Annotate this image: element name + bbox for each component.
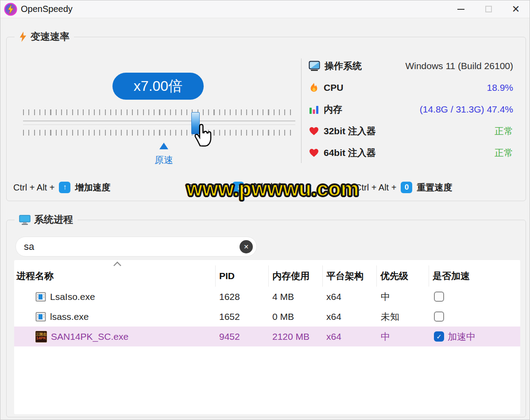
slider-track[interactable]: [23, 121, 295, 121]
cpu-flame-icon: [309, 82, 319, 93]
minimize-icon: [457, 9, 464, 10]
process-section: 系统进程 ✕ 进程名称 PID 内存使用 平台架构 优先级 是否加速: [6, 220, 526, 417]
close-icon: ✕: [512, 4, 520, 14]
watermark: www.pwwwu.com: [186, 177, 359, 201]
header-memory[interactable]: 内存使用: [269, 265, 323, 287]
table-row[interactable]: lsass.exe 1652 0 MB x64 未知: [14, 307, 520, 327]
app-window: OpenSpeedy ✕ 变速速率 x7.00倍 原速: [0, 0, 530, 420]
speed-section-legend: 变速速率: [15, 30, 74, 43]
search-input[interactable]: [16, 237, 240, 256]
origin-speed-marker-icon: [159, 143, 168, 149]
minimize-button[interactable]: [447, 0, 475, 18]
maximize-button[interactable]: [475, 0, 502, 18]
injector64-label: 64bit 注入器: [324, 147, 376, 159]
info-row-injector64: 64bit 注入器 正常: [309, 142, 513, 163]
header-arch[interactable]: 平台架构: [323, 265, 377, 287]
process-section-legend: 系统进程: [15, 213, 77, 226]
slider-ticks-top: [23, 109, 295, 115]
process-priority: 中: [377, 291, 429, 303]
injector32-status: 正常: [495, 125, 513, 137]
clear-search-button[interactable]: ✕: [240, 240, 253, 253]
shortcut-increase-speed: Ctrl + Alt + ↑ 增加速度: [13, 179, 110, 195]
slider-track-shadow: [23, 124, 295, 125]
sort-ascending-icon: [113, 261, 122, 267]
process-name: SAN14PK_SC.exe: [51, 331, 128, 342]
slider-ticks-bottom: [23, 130, 295, 136]
cpu-value: 18.9%: [487, 82, 513, 93]
shortcut-prefix: Ctrl + Alt +: [13, 183, 54, 193]
close-button[interactable]: ✕: [502, 0, 530, 18]
arrow-up-key-icon: ↑: [59, 182, 70, 193]
info-row-cpu: CPU 18.9%: [309, 77, 513, 98]
title-bar: OpenSpeedy ✕: [0, 0, 530, 18]
header-process-name[interactable]: 进程名称: [14, 265, 216, 287]
process-name: LsaIso.exe: [50, 292, 95, 302]
origin-speed-label: 原速: [146, 154, 182, 166]
header-priority[interactable]: 优先级: [377, 265, 429, 287]
info-row-memory: 内存 (14.8G / 31.3G) 47.4%: [309, 98, 513, 120]
process-pid: 1652: [216, 311, 269, 322]
shortcut-reset-speed: Ctrl + Alt + 0 重置速度: [355, 179, 452, 195]
shortcut-prefix: Ctrl + Alt +: [355, 183, 396, 193]
process-section-title: 系统进程: [34, 213, 73, 226]
header-pid[interactable]: PID: [216, 265, 269, 287]
header-accelerate[interactable]: 是否加速: [429, 265, 520, 287]
window-controls: ✕: [447, 0, 530, 18]
shortcut-label: 增加速度: [75, 182, 110, 194]
process-search-box: ✕: [15, 237, 257, 257]
speed-section-title: 变速速率: [31, 30, 70, 43]
process-memory: 2120 MB: [269, 331, 323, 342]
heart-icon: [309, 148, 319, 158]
clear-icon: ✕: [244, 243, 249, 250]
process-arch: x64: [323, 331, 377, 342]
shortcut-label: 重置速度: [417, 182, 452, 194]
heart-icon: [309, 126, 319, 136]
info-row-os: 操作系统 Windows 11 (Build 26100): [309, 55, 513, 77]
info-row-injector32: 32bit 注入器 正常: [309, 120, 513, 142]
os-icon: [309, 61, 320, 71]
cpu-label: CPU: [324, 82, 343, 93]
accelerating-label: 加速中: [448, 331, 476, 343]
system-info-panel: 操作系统 Windows 11 (Build 26100) CPU 18.9% …: [309, 55, 513, 163]
game-icon-text: 14PK: [36, 336, 46, 340]
memory-label: 内存: [324, 103, 342, 116]
table-row[interactable]: LsaIso.exe 1628 4 MB x64 中: [14, 287, 520, 307]
app-title: OpenSpeedy: [21, 4, 73, 14]
os-label: 操作系统: [325, 60, 362, 72]
accelerate-checkbox[interactable]: [434, 292, 444, 302]
process-priority: 中: [377, 331, 429, 343]
injector32-label: 32bit 注入器: [324, 125, 376, 137]
process-table: 进程名称 PID 内存使用 平台架构 优先级 是否加速 LsaIso.exe: [14, 260, 520, 414]
process-memory: 0 MB: [269, 311, 323, 322]
lightning-icon: [19, 31, 27, 42]
computer-icon: [19, 214, 31, 225]
memory-chart-icon: [309, 104, 319, 115]
process-arch: x64: [323, 311, 377, 322]
memory-value: (14.8G / 31.3G) 47.4%: [420, 104, 513, 115]
process-name: lsass.exe: [50, 311, 89, 322]
os-value: Windows 11 (Build 26100): [405, 61, 513, 71]
process-arch: x64: [323, 292, 377, 302]
accelerate-checkbox-checked[interactable]: ✓: [434, 331, 444, 342]
maximize-icon: [485, 6, 492, 12]
exe-window-icon: [35, 292, 46, 302]
process-priority: 未知: [377, 311, 429, 323]
table-header-row: 进程名称 PID 内存使用 平台架构 优先级 是否加速: [14, 260, 520, 287]
speed-slider-handle[interactable]: [191, 112, 200, 134]
table-row-selected[interactable]: 三国志 14PK SAN14PK_SC.exe 9452 2120 MB x64…: [14, 327, 520, 346]
speed-rate-button[interactable]: x7.00倍: [112, 73, 204, 100]
process-pid: 1628: [216, 292, 269, 302]
process-pid: 9452: [216, 331, 269, 342]
injector64-status: 正常: [495, 147, 513, 159]
game-icon: 三国志 14PK: [35, 331, 47, 342]
zero-key-icon: 0: [401, 182, 412, 193]
accelerate-checkbox[interactable]: [434, 311, 444, 322]
process-memory: 4 MB: [269, 292, 323, 302]
vertical-divider: [301, 58, 302, 163]
app-logo-icon: [4, 3, 17, 16]
exe-window-icon: [35, 311, 46, 322]
